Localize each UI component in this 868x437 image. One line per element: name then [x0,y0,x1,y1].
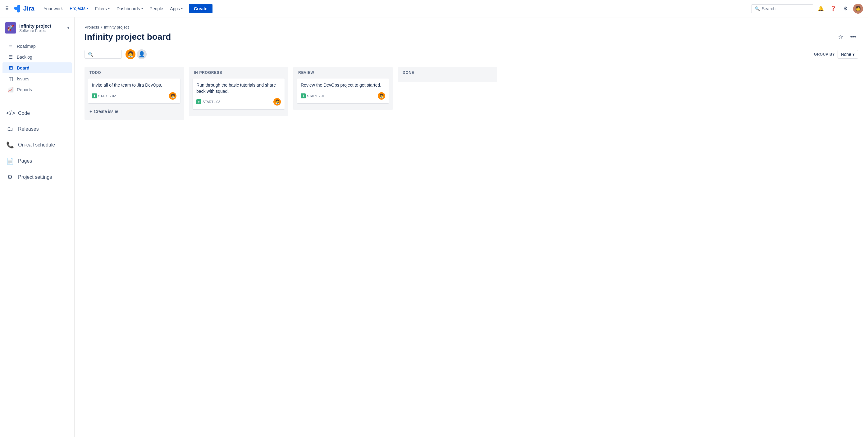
sidebar-big-label-settings: Project settings [18,174,52,180]
nav-filters[interactable]: Filters [92,4,113,13]
card-start-02[interactable]: Invite all of the team to Jira DevOps. ⬆… [88,78,180,103]
create-issue-label: Create issue [94,109,118,114]
sidebar: 🚀 Infinity project Software Project ▾ ≡ … [0,18,74,437]
avatar-user2[interactable]: 👤 [137,49,147,59]
sidebar-item-pages[interactable]: 📄 Pages [0,153,74,169]
card-id-start-01: START - 01 [307,94,324,98]
board-search[interactable]: 🔍 [85,50,122,59]
logo[interactable]: Jira [13,4,34,13]
sidebar-item-board[interactable]: ⊞ Board [2,62,72,73]
card-avatar-start-02[interactable]: 🧑‍💼 [169,92,177,100]
sidebar-item-issues[interactable]: ◫ Issues [2,73,72,84]
reports-icon: 📈 [7,87,14,93]
sidebar-item-label-roadmap: Roadmap [17,44,36,49]
nav-your-work[interactable]: Your work [41,4,66,13]
breadcrumb-projects[interactable]: Projects [85,25,99,30]
sidebar-nav: ≡ Roadmap ☰ Backlog ⊞ Board ◫ Issues 📈 R… [0,38,74,97]
notifications-button[interactable]: 🔔 [816,4,826,14]
top-navigation: ⠿ Jira Your work Projects Filters Dashbo… [0,0,868,18]
card-title-start-03: Run through the basic tutorials and shar… [196,82,281,94]
sidebar-item-label-board: Board [17,66,29,70]
create-button[interactable]: Create [189,4,213,13]
project-switcher[interactable]: 🚀 Infinity project Software Project ▾ [0,18,74,38]
page-actions: ☆ ••• [836,32,858,42]
sidebar-big-label-pages: Pages [18,158,32,164]
card-avatar-start-03[interactable]: 🧑‍💼 [273,98,281,105]
sidebar-item-label-backlog: Backlog [17,55,32,60]
story-icon-start-01: ⬆ [301,93,306,98]
column-header-inprogress: IN PROGRESS [193,70,285,75]
group-by-label: GROUP BY [814,52,835,57]
card-badge-start-01: ⬆ START - 01 [301,93,324,98]
nav-apps[interactable]: Apps [167,4,186,13]
group-by-value: None [841,52,851,57]
card-title-start-01: Review the DevOps project to get started… [301,82,385,89]
page-title: Infinity project board [85,32,171,42]
issues-icon: ◫ [7,76,14,81]
sidebar-item-releases[interactable]: 🗂 Releases [0,121,74,137]
settings-button[interactable]: ⚙ [841,4,850,14]
group-by-section: GROUP BY None ▾ [814,50,858,59]
breadcrumb: Projects / Infinity project [85,25,858,30]
user-avatar[interactable]: 👩 [853,4,863,14]
create-issue-todo-button[interactable]: + Create issue [88,106,180,116]
oncall-icon: 📞 [6,141,14,149]
logo-text: Jira [23,5,34,12]
page-header: Infinity project board ☆ ••• [85,32,858,42]
project-chevron-icon: ▾ [67,26,69,30]
sidebar-big-section: </> Code 🗂 Releases 📞 On-call schedule 📄… [0,103,74,188]
nav-people[interactable]: People [147,4,166,13]
card-start-03[interactable]: Run through the basic tutorials and shar… [193,78,285,109]
group-by-chevron-icon: ▾ [852,52,855,57]
sidebar-item-oncall[interactable]: 📞 On-call schedule [0,137,74,153]
code-icon: </> [6,109,14,117]
project-info: Infinity project Software Project [19,23,64,33]
roadmap-icon: ≡ [7,43,14,49]
card-start-01[interactable]: Review the DevOps project to get started… [297,78,389,103]
story-icon-start-03: ⬆ [196,99,201,104]
board-toolbar: 🔍 🧑‍💼 👤 GROUP BY None ▾ [85,49,858,59]
plus-icon: + [90,109,92,114]
sidebar-big-label-code: Code [18,110,30,116]
sidebar-item-roadmap[interactable]: ≡ Roadmap [2,41,72,52]
story-icon-start-02: ⬆ [92,93,97,98]
backlog-icon: ☰ [7,54,14,60]
nav-links: Your work Projects Filters Dashboards Pe… [41,4,749,13]
breadcrumb-separator: / [101,25,102,30]
help-button[interactable]: ❓ [828,4,838,14]
sidebar-item-label-issues: Issues [17,76,29,81]
column-done: DONE [398,67,497,82]
search-box[interactable]: 🔍 Search [751,4,813,13]
project-name: Infinity project [19,23,64,29]
nav-projects[interactable]: Projects [66,4,91,13]
nav-dashboards[interactable]: Dashboards [114,4,146,13]
settings-icon: ⚙ [6,173,14,181]
avatar-group: 🧑‍💼 👤 [125,49,147,59]
card-avatar-start-01[interactable]: 🧑‍💼 [378,92,385,100]
sidebar-big-label-oncall: On-call schedule [18,142,55,148]
column-header-todo: TODO [88,70,180,75]
breadcrumb-infinity[interactable]: Infinity project [104,25,129,30]
releases-icon: 🗂 [6,125,14,133]
grid-icon[interactable]: ⠿ [5,5,9,12]
pages-icon: 📄 [6,157,14,165]
sidebar-item-backlog[interactable]: ☰ Backlog [2,52,72,62]
sidebar-item-label-reports: Reports [17,87,32,92]
sidebar-item-reports[interactable]: 📈 Reports [2,84,72,95]
avatar-user1[interactable]: 🧑‍💼 [125,49,135,59]
card-title-start-02: Invite all of the team to Jira DevOps. [92,82,177,89]
card-footer-start-02: ⬆ START - 02 🧑‍💼 [92,92,177,100]
sidebar-big-label-releases: Releases [18,126,39,132]
card-footer-start-03: ⬆ START - 03 🧑‍💼 [196,98,281,105]
card-footer-start-01: ⬆ START - 01 🧑‍💼 [301,92,385,100]
sidebar-item-project-settings[interactable]: ⚙ Project settings [0,169,74,185]
card-badge-start-03: ⬆ START - 03 [196,99,220,104]
project-icon: 🚀 [5,22,16,34]
column-header-done: DONE [401,70,493,75]
column-todo: TODO Invite all of the team to Jira DevO… [85,67,184,120]
sidebar-item-code[interactable]: </> Code [0,105,74,121]
star-button[interactable]: ☆ [836,32,846,42]
group-by-select[interactable]: None ▾ [838,50,858,59]
more-options-button[interactable]: ••• [848,32,858,42]
board-icon: ⊞ [7,65,14,71]
